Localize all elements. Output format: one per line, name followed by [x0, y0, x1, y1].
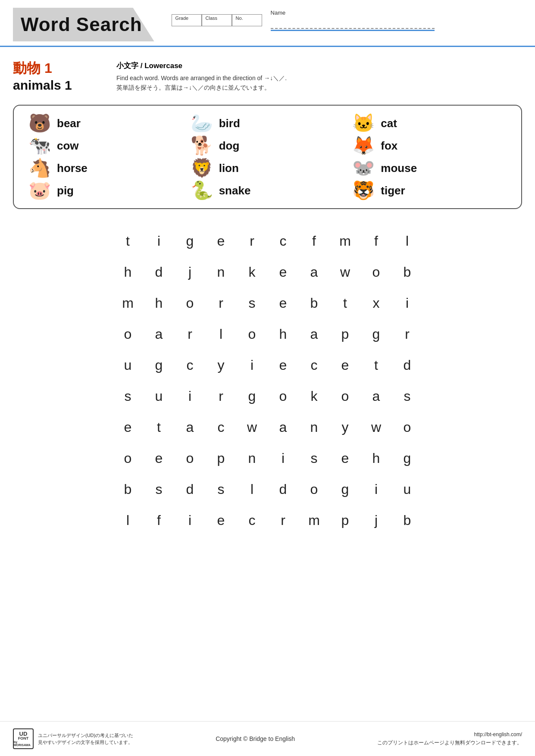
ws-cell-0-1[interactable]: i: [144, 225, 175, 256]
ws-cell-5-8[interactable]: a: [361, 381, 392, 412]
ws-cell-1-1[interactable]: d: [144, 256, 175, 287]
ws-cell-5-6[interactable]: k: [299, 381, 330, 412]
ws-cell-4-4[interactable]: i: [237, 350, 268, 381]
ws-cell-8-0[interactable]: b: [113, 474, 144, 505]
ws-cell-2-7[interactable]: t: [330, 287, 361, 319]
ws-cell-5-3[interactable]: r: [206, 381, 237, 412]
ws-cell-6-9[interactable]: o: [392, 412, 423, 443]
ws-cell-6-2[interactable]: a: [175, 412, 206, 443]
ws-cell-1-3[interactable]: n: [206, 256, 237, 287]
ws-cell-4-8[interactable]: t: [361, 350, 392, 381]
ws-cell-1-2[interactable]: j: [175, 256, 206, 287]
ws-cell-9-3[interactable]: e: [206, 505, 237, 536]
ws-cell-9-2[interactable]: i: [175, 505, 206, 536]
ws-cell-9-8[interactable]: j: [361, 505, 392, 536]
ws-cell-9-6[interactable]: m: [299, 505, 330, 536]
ws-cell-6-3[interactable]: c: [206, 412, 237, 443]
ws-cell-8-5[interactable]: d: [268, 474, 299, 505]
ws-cell-4-3[interactable]: y: [206, 350, 237, 381]
ws-cell-2-0[interactable]: m: [113, 287, 144, 319]
ws-cell-0-9[interactable]: l: [392, 225, 423, 256]
ws-cell-8-6[interactable]: o: [299, 474, 330, 505]
ws-cell-0-2[interactable]: g: [175, 225, 206, 256]
ws-cell-3-3[interactable]: l: [206, 319, 237, 350]
ws-cell-2-3[interactable]: r: [206, 287, 237, 319]
ws-cell-5-9[interactable]: s: [392, 381, 423, 412]
ws-cell-7-2[interactable]: o: [175, 443, 206, 474]
ws-cell-2-4[interactable]: s: [237, 287, 268, 319]
ws-cell-4-6[interactable]: c: [299, 350, 330, 381]
ws-cell-2-2[interactable]: o: [175, 287, 206, 319]
ws-cell-4-1[interactable]: g: [144, 350, 175, 381]
ws-cell-1-0[interactable]: h: [113, 256, 144, 287]
ws-cell-7-4[interactable]: n: [237, 443, 268, 474]
ws-cell-9-7[interactable]: p: [330, 505, 361, 536]
ws-cell-0-7[interactable]: m: [330, 225, 361, 256]
ws-cell-2-5[interactable]: e: [268, 287, 299, 319]
ws-cell-9-0[interactable]: l: [113, 505, 144, 536]
ws-cell-8-4[interactable]: l: [237, 474, 268, 505]
ws-cell-5-4[interactable]: g: [237, 381, 268, 412]
ws-cell-1-8[interactable]: o: [361, 256, 392, 287]
ws-cell-0-6[interactable]: f: [299, 225, 330, 256]
ws-cell-1-5[interactable]: e: [268, 256, 299, 287]
ws-cell-3-1[interactable]: a: [144, 319, 175, 350]
ws-cell-7-9[interactable]: g: [392, 443, 423, 474]
ws-cell-5-1[interactable]: u: [144, 381, 175, 412]
ws-cell-2-6[interactable]: b: [299, 287, 330, 319]
ws-cell-4-7[interactable]: e: [330, 350, 361, 381]
ws-cell-3-5[interactable]: h: [268, 319, 299, 350]
ws-cell-4-2[interactable]: c: [175, 350, 206, 381]
ws-cell-9-5[interactable]: r: [268, 505, 299, 536]
ws-cell-3-8[interactable]: g: [361, 319, 392, 350]
ws-cell-7-3[interactable]: p: [206, 443, 237, 474]
ws-cell-7-8[interactable]: h: [361, 443, 392, 474]
ws-cell-7-6[interactable]: s: [299, 443, 330, 474]
ws-cell-3-9[interactable]: r: [392, 319, 423, 350]
ws-cell-7-7[interactable]: e: [330, 443, 361, 474]
ws-cell-6-4[interactable]: w: [237, 412, 268, 443]
ws-cell-1-6[interactable]: a: [299, 256, 330, 287]
ws-cell-3-6[interactable]: a: [299, 319, 330, 350]
ws-cell-7-5[interactable]: i: [268, 443, 299, 474]
ws-cell-6-1[interactable]: t: [144, 412, 175, 443]
ws-cell-5-2[interactable]: i: [175, 381, 206, 412]
ws-cell-6-8[interactable]: w: [361, 412, 392, 443]
ws-cell-8-3[interactable]: s: [206, 474, 237, 505]
ws-cell-1-7[interactable]: w: [330, 256, 361, 287]
ws-cell-4-9[interactable]: d: [392, 350, 423, 381]
ws-cell-1-4[interactable]: k: [237, 256, 268, 287]
ws-cell-0-8[interactable]: f: [361, 225, 392, 256]
ws-cell-6-6[interactable]: n: [299, 412, 330, 443]
ws-cell-0-5[interactable]: c: [268, 225, 299, 256]
ws-cell-3-7[interactable]: p: [330, 319, 361, 350]
ws-cell-3-2[interactable]: r: [175, 319, 206, 350]
ws-cell-3-4[interactable]: o: [237, 319, 268, 350]
ws-cell-6-5[interactable]: a: [268, 412, 299, 443]
ws-cell-1-9[interactable]: b: [392, 256, 423, 287]
ws-cell-5-0[interactable]: s: [113, 381, 144, 412]
ws-cell-2-1[interactable]: h: [144, 287, 175, 319]
ws-cell-0-0[interactable]: t: [113, 225, 144, 256]
ws-cell-8-8[interactable]: i: [361, 474, 392, 505]
ws-cell-0-4[interactable]: r: [237, 225, 268, 256]
ws-cell-9-9[interactable]: b: [392, 505, 423, 536]
ws-cell-3-0[interactable]: o: [113, 319, 144, 350]
ws-cell-5-5[interactable]: o: [268, 381, 299, 412]
ws-cell-6-7[interactable]: y: [330, 412, 361, 443]
ws-cell-8-7[interactable]: g: [330, 474, 361, 505]
ws-cell-7-1[interactable]: e: [144, 443, 175, 474]
ws-cell-4-5[interactable]: e: [268, 350, 299, 381]
ws-cell-0-3[interactable]: e: [206, 225, 237, 256]
ws-cell-2-8[interactable]: x: [361, 287, 392, 319]
ws-cell-4-0[interactable]: u: [113, 350, 144, 381]
ws-cell-5-7[interactable]: o: [330, 381, 361, 412]
ws-cell-7-0[interactable]: o: [113, 443, 144, 474]
ws-cell-8-2[interactable]: d: [175, 474, 206, 505]
ws-cell-8-9[interactable]: u: [392, 474, 423, 505]
ws-cell-9-4[interactable]: c: [237, 505, 268, 536]
ws-cell-9-1[interactable]: f: [144, 505, 175, 536]
ws-cell-8-1[interactable]: s: [144, 474, 175, 505]
ws-cell-6-0[interactable]: e: [113, 412, 144, 443]
ws-cell-2-9[interactable]: i: [392, 287, 423, 319]
